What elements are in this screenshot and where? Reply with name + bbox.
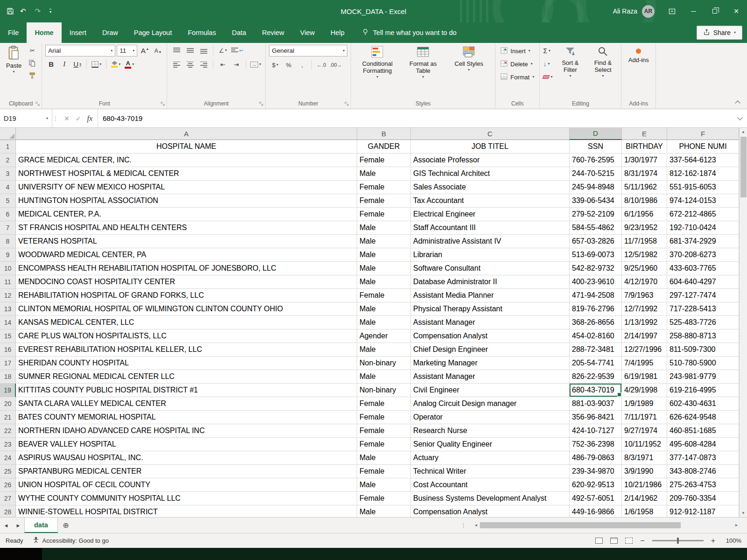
normal-view-button[interactable]: [595, 538, 603, 544]
cell-E9[interactable]: 12/5/1982: [622, 248, 667, 262]
cell-C18[interactable]: Assistant Manager: [411, 370, 570, 384]
addins-button[interactable]: Add-ins: [626, 45, 652, 63]
cell-C9[interactable]: Librarian: [411, 248, 570, 262]
cell-D17[interactable]: 205-54-7741: [570, 357, 622, 370]
cell-E18[interactable]: 6/19/1981: [622, 370, 667, 384]
row-header-12[interactable]: 12: [0, 289, 16, 302]
increase-decimal-button[interactable]: ←.0: [315, 59, 327, 70]
share-button[interactable]: Share ▾: [697, 26, 742, 40]
cell-E20[interactable]: 1/9/1989: [622, 397, 667, 411]
cell-A10[interactable]: ENCOMPASS HEALTH REHABILITATION HOSPITAL…: [16, 262, 357, 275]
cell-D14[interactable]: 368-26-8656: [570, 316, 622, 329]
cell-A1[interactable]: HOSPITAL NAME: [16, 140, 357, 154]
cell-F24[interactable]: 377-147-0873: [667, 451, 739, 465]
bold-button[interactable]: B: [45, 58, 57, 70]
cell-F6[interactable]: 672-212-4865: [667, 208, 739, 221]
cell-D3[interactable]: 244-70-5215: [570, 167, 622, 181]
cell-B25[interactable]: Female: [357, 465, 411, 478]
cell-E23[interactable]: 10/11/1952: [622, 438, 667, 451]
page-layout-view-button[interactable]: [610, 538, 618, 544]
cell-F2[interactable]: 337-564-6123: [667, 154, 739, 167]
cell-A7[interactable]: ST FRANCIS HOSPITAL AND HEALTH CENTERS: [16, 221, 357, 235]
increase-indent-button[interactable]: ⇥: [230, 59, 242, 70]
cell-B17[interactable]: Non-binary: [357, 357, 411, 370]
cell-D8[interactable]: 657-03-2826: [570, 235, 622, 248]
cell-B3[interactable]: Male: [357, 167, 411, 181]
cell-C27[interactable]: Business Systems Development Analyst: [411, 492, 570, 505]
increase-font-size-button[interactable]: A▴: [139, 45, 150, 56]
cell-E3[interactable]: 8/31/1974: [622, 167, 667, 181]
vertical-scroll-thumb[interactable]: [740, 137, 747, 197]
zoom-level[interactable]: 100%: [723, 537, 741, 544]
cell-B2[interactable]: Female: [357, 154, 411, 167]
cell-D27[interactable]: 492-57-6051: [570, 492, 622, 505]
cell-F8[interactable]: 681-374-2929: [667, 235, 739, 248]
cell-E4[interactable]: 5/11/1962: [622, 181, 667, 194]
cell-B19[interactable]: Non-binary: [357, 384, 411, 397]
column-header-A[interactable]: A: [16, 128, 357, 140]
row-header-27[interactable]: 27: [0, 492, 16, 505]
cell-A25[interactable]: SPARTANBURG MEDICAL CENTER: [16, 465, 357, 478]
cell-A15[interactable]: CARE PLUS WALTON HOSPITALISTS, LLC: [16, 329, 357, 343]
tab-file[interactable]: File: [0, 22, 27, 43]
formula-bar-splitter[interactable]: ⋮: [52, 109, 59, 127]
insert-cells-button[interactable]: Insert ▾: [499, 45, 532, 57]
cell-F21[interactable]: 626-624-9548: [667, 411, 739, 424]
scroll-right-icon[interactable]: ►: [733, 523, 740, 527]
cell-F7[interactable]: 192-710-0424: [667, 221, 739, 235]
align-center-button[interactable]: [184, 59, 196, 70]
cell-C25[interactable]: Technical Writer: [411, 465, 570, 478]
cell-C3[interactable]: GIS Technical Architect: [411, 167, 570, 181]
cell-A4[interactable]: UNIVERSITY OF NEW MEXICO HOSPITAL: [16, 181, 357, 194]
cell-E11[interactable]: 4/12/1970: [622, 275, 667, 289]
cell-A9[interactable]: WOODWARD MEDICAL CENTER, PA: [16, 248, 357, 262]
cell-E5[interactable]: 8/10/1986: [622, 194, 667, 208]
cell-F10[interactable]: 433-603-7765: [667, 262, 739, 275]
cell-B21[interactable]: Female: [357, 411, 411, 424]
cell-A8[interactable]: VETERANS HOSPITAL: [16, 235, 357, 248]
cell-A28[interactable]: WINNIE-STOWELL HOSPITAL DISTRICT: [16, 505, 357, 517]
cell-F12[interactable]: 297-127-7474: [667, 289, 739, 302]
format-as-table-button[interactable]: Format as Table ▾: [400, 45, 446, 79]
cell-D6[interactable]: 279-52-2109: [570, 208, 622, 221]
tab-insert[interactable]: Insert: [62, 22, 94, 43]
cell-C26[interactable]: Cost Accountant: [411, 478, 570, 492]
row-header-21[interactable]: 21: [0, 411, 16, 424]
cell-C23[interactable]: Senior Quality Engineer: [411, 438, 570, 451]
format-cells-button[interactable]: Format ▾: [499, 71, 536, 83]
ribbon-display-options-button[interactable]: [661, 0, 683, 22]
tell-me-box[interactable]: Tell me what you want to do: [362, 22, 457, 43]
font-color-button[interactable]: A ▾: [123, 58, 135, 70]
cell-C4[interactable]: Sales Associate: [411, 181, 570, 194]
cell-F23[interactable]: 495-608-4284: [667, 438, 739, 451]
cell-A21[interactable]: BATES COUNTY MEMORIAL HOSPITAL: [16, 411, 357, 424]
customize-quick-access-button[interactable]: ▾: [49, 9, 51, 14]
cell-D16[interactable]: 288-72-3481: [570, 343, 622, 357]
cell-D28[interactable]: 449-16-9866: [570, 505, 622, 517]
cell-C12[interactable]: Assistant Media Planner: [411, 289, 570, 302]
cell-E19[interactable]: 4/29/1998: [622, 384, 667, 397]
cell-A6[interactable]: MEDICAL CENTER, P.A.: [16, 208, 357, 221]
cell-styles-button[interactable]: Cell Styles ▾: [446, 45, 492, 72]
cell-A22[interactable]: NORTHERN IDAHO ADVANCED CARE HOSPITAL IN…: [16, 424, 357, 438]
fill-color-button[interactable]: ▾: [110, 58, 122, 70]
cell-D12[interactable]: 471-94-2508: [570, 289, 622, 302]
autosum-button[interactable]: Σ▾: [543, 45, 552, 56]
cell-D2[interactable]: 760-76-2595: [570, 154, 622, 167]
scroll-left-icon[interactable]: ◄: [472, 523, 480, 527]
cell-F14[interactable]: 525-483-7726: [667, 316, 739, 329]
row-header-15[interactable]: 15: [0, 329, 16, 343]
cell-D18[interactable]: 826-22-9539: [570, 370, 622, 384]
expand-formula-bar-button[interactable]: [733, 109, 747, 127]
zoom-slider-thumb[interactable]: [677, 538, 679, 544]
align-left-button[interactable]: [170, 59, 183, 70]
cell-B7[interactable]: Male: [357, 221, 411, 235]
cell-B23[interactable]: Female: [357, 438, 411, 451]
row-header-28[interactable]: 28: [0, 505, 16, 517]
cell-B22[interactable]: Female: [357, 424, 411, 438]
zoom-in-button[interactable]: +: [711, 537, 715, 545]
scroll-up-icon[interactable]: ▲: [740, 128, 747, 136]
sort-filter-button[interactable]: Sort & Filter ▾: [555, 45, 585, 78]
scroll-down-icon[interactable]: ▼: [740, 509, 747, 517]
horizontal-scrollbar[interactable]: ◄ ►: [472, 521, 740, 529]
